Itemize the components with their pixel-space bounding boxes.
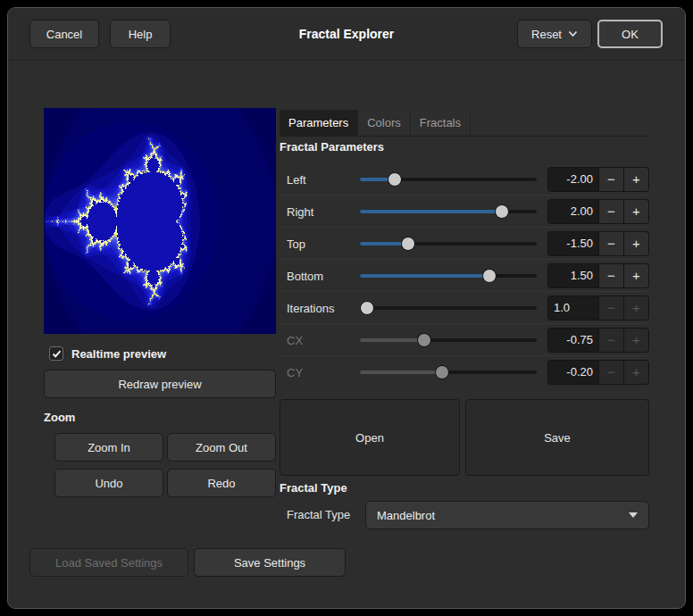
param-label: Right [280,205,358,219]
top-slider[interactable] [360,228,537,260]
slider-track [360,178,537,181]
iterations-spinbutton: 1.0 − + [547,296,649,320]
zoom-heading: Zoom [44,411,75,424]
fractal-preview[interactable] [44,108,276,334]
param-row-left: Left -2.00 − + [280,163,649,196]
left-spinbutton: -2.00 − + [547,167,649,192]
slider-handle[interactable] [401,237,415,251]
slider-handle[interactable] [388,172,402,187]
value-entry[interactable]: -0.20 [548,361,598,384]
help-button[interactable]: Help [110,20,171,48]
cancel-button[interactable]: Cancel [29,20,99,48]
left-slider[interactable] [360,163,537,196]
slider-track [360,210,537,213]
titlebar[interactable]: Cancel Help Fractal Explorer Reset OK [8,8,685,61]
slider-fill [360,274,493,278]
value-entry[interactable]: 2.00 [548,200,598,223]
value-entry[interactable]: -1.50 [548,232,598,255]
fractal-type-heading: Fractal Type [280,481,347,495]
slider-handle[interactable] [360,301,374,315]
param-row-top: Top -1.50 − + [280,228,649,260]
notebook-tabs: Parameters Colors Fractals [280,110,649,137]
value-entry[interactable]: -2.00 [548,168,598,191]
slider-track [360,338,537,342]
increment-button: + [624,329,648,352]
decrement-button[interactable]: − [599,232,623,255]
param-row-iterations: Iterations 1.0 − + [280,292,649,324]
redraw-preview-button[interactable]: Redraw preview [44,370,276,398]
param-row-right: Right 2.00 − + [280,196,649,228]
open-button[interactable]: Open [280,399,460,476]
reset-label: Reset [531,28,562,41]
fractal-parameters-heading: Fractal Parameters [280,140,384,154]
param-row-cx: CX -0.75 − + [280,324,649,356]
realtime-preview-label: Realtime preview [71,347,166,361]
bottom-spinbutton: 1.50 − + [547,263,649,288]
fractal-type-value: Mandelbrot [377,509,435,522]
chevron-down-icon [568,30,578,37]
decrement-button: − [599,329,623,352]
slider-fill [360,210,506,213]
param-row-cy: CY -0.20 − + [280,356,649,388]
value-entry[interactable]: -0.75 [548,329,598,352]
bottom-slider[interactable] [360,260,537,292]
check-icon [52,349,62,359]
save-settings-button[interactable]: Save Settings [194,548,346,577]
parameter-rows: Left -2.00 − + Right 2.00 − + [280,163,649,388]
zoom-in-button[interactable]: Zoom In [54,433,163,462]
slider-handle [417,333,431,347]
slider-track [360,306,537,310]
fractal-type-dropdown[interactable]: Mandelbrot [365,501,649,529]
param-label: Bottom [280,270,358,283]
increment-button[interactable]: + [624,232,648,255]
reset-dropdown-button[interactable]: Reset [517,20,592,48]
slider-handle[interactable] [495,204,509,219]
increment-button[interactable]: + [624,264,648,287]
slider-fill [360,338,422,342]
right-spinbutton: 2.00 − + [547,199,649,224]
cx-slider [360,324,537,356]
redo-button[interactable]: Redo [167,469,276,497]
increment-button[interactable]: + [624,200,648,223]
param-label: CY [280,366,358,379]
top-spinbutton: -1.50 − + [547,231,649,256]
slider-fill [360,370,441,374]
param-label: Iterations [280,302,358,315]
cy-spinbutton: -0.20 − + [547,360,649,385]
save-button[interactable]: Save [465,399,649,476]
decrement-button: − [599,361,623,384]
slider-fill [360,178,390,181]
undo-button[interactable]: Undo [54,469,163,497]
zoom-out-button[interactable]: Zoom Out [167,433,276,462]
slider-track [360,242,537,246]
tab-fractals[interactable]: Fractals [411,110,471,136]
increment-button: + [624,361,648,384]
tab-colors[interactable]: Colors [358,110,411,136]
increment-button[interactable]: + [624,296,648,320]
decrement-button[interactable]: − [599,264,623,287]
param-label: Left [280,173,358,187]
realtime-preview-row[interactable]: Realtime preview [49,345,166,362]
fractal-type-label: Fractal Type [287,501,350,529]
load-saved-settings-button[interactable]: Load Saved Settings [29,548,188,577]
iterations-slider[interactable] [360,292,537,324]
fractal-explorer-dialog: Cancel Help Fractal Explorer Reset OK Re… [7,7,686,609]
tab-parameters[interactable]: Parameters [280,110,358,136]
decrement-button[interactable]: − [599,200,623,223]
decrement-button[interactable]: − [599,168,623,191]
value-entry[interactable]: 1.0 [548,296,598,320]
realtime-preview-checkbox[interactable] [49,346,63,361]
param-row-bottom: Bottom 1.50 − + [280,260,649,292]
slider-fill [360,242,405,246]
dropdown-arrow-icon [629,512,638,518]
param-label: Top [280,237,358,251]
cx-spinbutton: -0.75 − + [547,328,649,353]
right-slider[interactable] [360,196,537,228]
increment-button[interactable]: + [624,168,648,191]
ok-button[interactable]: OK [597,20,663,48]
cy-slider [360,356,537,388]
slider-handle[interactable] [482,269,497,283]
value-entry[interactable]: 1.50 [548,264,598,287]
decrement-button[interactable]: − [599,296,623,320]
slider-track [360,274,537,278]
